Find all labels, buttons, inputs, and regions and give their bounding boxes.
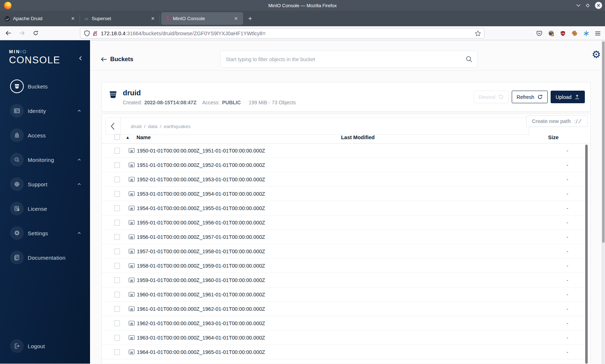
sidebar-item-settings[interactable]: ⚙ Settings bbox=[0, 225, 90, 241]
asterisk-extension-icon[interactable] bbox=[583, 31, 589, 36]
table-row[interactable]: 1950-01-01T00:00:00.000Z_1951-01-01T00:0… bbox=[102, 144, 590, 158]
row-checkbox[interactable] bbox=[114, 162, 120, 168]
back-button[interactable] bbox=[3, 28, 14, 38]
table-row[interactable]: 1953-01-01T00:00:00.000Z_1954-01-01T00:0… bbox=[102, 187, 590, 201]
table-row[interactable]: 1958-01-01T00:00:00.000Z_1959-01-01T00:0… bbox=[102, 259, 590, 273]
page-scrollbar-thumb[interactable] bbox=[602, 41, 605, 243]
rewind-button[interactable]: Rewind bbox=[474, 91, 509, 103]
pocket-icon[interactable] bbox=[536, 31, 542, 36]
table-row[interactable]: 1956-01-01T00:00:00.000Z_1957-01-01T00:0… bbox=[102, 230, 590, 244]
create-new-path-button[interactable]: Create new path bbox=[526, 115, 588, 127]
table-row[interactable]: 1952-01-01T00:00:00.000Z_1953-01-01T00:0… bbox=[102, 172, 590, 187]
row-checkbox[interactable] bbox=[114, 205, 120, 211]
tab-close-icon[interactable]: ✕ bbox=[233, 15, 239, 22]
object-name[interactable]: 1956-01-01T00:00:00.000Z_1957-01-01T00:0… bbox=[137, 234, 265, 240]
object-name[interactable]: 1955-01-01T00:00:00.000Z_1956-01-01T00:0… bbox=[137, 220, 265, 226]
row-checkbox[interactable] bbox=[114, 292, 120, 297]
hamburger-menu-icon[interactable] bbox=[595, 31, 601, 36]
table-row[interactable]: 1962-01-01T00:00:00.000Z_1963-01-01T00:0… bbox=[102, 316, 590, 331]
back-to-buckets-link[interactable]: Buckets bbox=[101, 56, 133, 63]
insecure-lock-icon[interactable] bbox=[92, 31, 98, 36]
object-name[interactable]: 1953-01-01T00:00:00.000Z_1954-01-01T00:0… bbox=[137, 191, 265, 197]
object-name[interactable]: 1962-01-01T00:00:00.000Z_1963-01-01T00:0… bbox=[137, 320, 265, 326]
sidebar-item-buckets[interactable]: Buckets bbox=[0, 78, 90, 94]
chevron-up-icon[interactable] bbox=[77, 157, 82, 162]
tracking-shield-icon[interactable] bbox=[84, 30, 90, 37]
privacy-badger-icon[interactable] bbox=[548, 30, 554, 36]
page-scrollbar[interactable] bbox=[602, 41, 605, 364]
table-row[interactable]: 1960-01-01T00:00:00.000Z_1961-01-01T00:0… bbox=[102, 287, 590, 302]
row-checkbox[interactable] bbox=[114, 220, 120, 226]
bookmark-star-icon[interactable] bbox=[475, 30, 481, 37]
table-row[interactable]: 1951-01-01T00:00:00.000Z_1952-01-01T00:0… bbox=[102, 158, 590, 172]
row-checkbox[interactable] bbox=[114, 249, 120, 254]
row-checkbox[interactable] bbox=[114, 306, 120, 312]
ublock-origin-icon[interactable]: UO bbox=[560, 31, 566, 36]
window-minimize-button[interactable] bbox=[576, 4, 581, 7]
row-checkbox[interactable] bbox=[114, 263, 120, 269]
new-tab-button[interactable]: + bbox=[243, 11, 257, 26]
breadcrumb-item[interactable]: data bbox=[148, 124, 157, 129]
object-name[interactable]: 1960-01-01T00:00:00.000Z_1961-01-01T00:0… bbox=[137, 292, 265, 297]
object-name[interactable]: 1964-01-01T00:00:00.000Z_1965-01-01T00:0… bbox=[137, 349, 265, 355]
row-checkbox[interactable] bbox=[114, 191, 120, 197]
sort-ascending-icon[interactable]: ▲ bbox=[126, 136, 129, 139]
row-checkbox[interactable] bbox=[114, 335, 120, 341]
sidebar-item-logout[interactable]: Logout bbox=[0, 338, 90, 354]
cookie-icon[interactable] bbox=[572, 30, 578, 36]
object-name[interactable]: 1963-01-01T00:00:00.000Z_1964-01-01T00:0… bbox=[137, 335, 265, 341]
sidebar-item-identity[interactable]: Identity bbox=[0, 103, 90, 119]
url-bar[interactable]: 172.18.0.4:31664/buckets/druid/browse/ZG… bbox=[80, 28, 484, 38]
tab-close-icon[interactable]: ✕ bbox=[70, 15, 76, 22]
chevron-up-icon[interactable] bbox=[77, 108, 82, 113]
sidebar-item-documentation[interactable]: Documentation bbox=[0, 250, 90, 265]
tab-apache-druid[interactable]: Apache Druid ✕ bbox=[0, 11, 80, 26]
row-checkbox[interactable] bbox=[114, 320, 120, 326]
column-header-name[interactable]: Name bbox=[136, 135, 151, 140]
sidebar-item-monitoring[interactable]: Monitoring bbox=[0, 152, 90, 168]
object-name[interactable]: 1950-01-01T00:00:00.000Z_1951-01-01T00:0… bbox=[137, 148, 265, 154]
select-all-checkbox[interactable] bbox=[114, 134, 120, 140]
object-name[interactable]: 1958-01-01T00:00:00.000Z_1959-01-01T00:0… bbox=[137, 263, 265, 269]
table-scrollbar[interactable] bbox=[585, 145, 588, 364]
table-row[interactable]: 1954-01-01T00:00:00.000Z_1955-01-01T00:0… bbox=[102, 201, 590, 215]
tab-minio-console[interactable]: MinIO Console ✕ bbox=[161, 11, 243, 26]
row-checkbox[interactable] bbox=[114, 349, 120, 355]
object-name[interactable]: 1957-01-01T00:00:00.000Z_1958-01-01T00:0… bbox=[137, 249, 265, 254]
chevron-up-icon[interactable] bbox=[77, 231, 82, 236]
breadcrumb-item[interactable]: druid bbox=[131, 124, 142, 129]
table-row[interactable]: 1955-01-01T00:00:00.000Z_1956-01-01T00:0… bbox=[102, 215, 590, 230]
chevron-up-icon[interactable] bbox=[77, 182, 82, 187]
window-close-button[interactable] bbox=[595, 2, 602, 9]
table-row[interactable]: 1964-01-01T00:00:00.000Z_1965-01-01T00:0… bbox=[102, 345, 590, 359]
table-row[interactable]: 1961-01-01T00:00:00.000Z_1962-01-01T00:0… bbox=[102, 302, 590, 316]
row-checkbox[interactable] bbox=[114, 177, 120, 182]
breadcrumb-back-button[interactable] bbox=[106, 118, 121, 135]
forward-button[interactable] bbox=[17, 28, 27, 38]
tab-close-icon[interactable]: ✕ bbox=[149, 15, 156, 22]
sidebar-item-license[interactable]: License bbox=[0, 201, 90, 217]
table-row[interactable]: 1957-01-01T00:00:00.000Z_1958-01-01T00:0… bbox=[102, 244, 590, 259]
object-name[interactable]: 1951-01-01T00:00:00.000Z_1952-01-01T00:0… bbox=[137, 162, 265, 168]
object-name[interactable]: 1954-01-01T00:00:00.000Z_1955-01-01T00:0… bbox=[137, 205, 265, 211]
settings-gear-icon[interactable]: ⚙ bbox=[592, 50, 601, 60]
row-checkbox[interactable] bbox=[114, 148, 120, 154]
column-header-last-modified[interactable]: Last Modified bbox=[341, 135, 375, 140]
upload-button[interactable]: Upload bbox=[551, 91, 585, 103]
object-name[interactable]: 1959-01-01T00:00:00.000Z_1960-01-01T00:0… bbox=[137, 277, 265, 283]
object-name[interactable]: 1952-01-01T00:00:00.000Z_1953-01-01T00:0… bbox=[137, 177, 265, 182]
window-maximize-button[interactable] bbox=[585, 3, 590, 8]
search-input[interactable] bbox=[221, 56, 465, 62]
breadcrumb-item[interactable]: earthquakes bbox=[164, 124, 191, 129]
row-checkbox[interactable] bbox=[114, 234, 120, 240]
row-checkbox[interactable] bbox=[114, 277, 120, 283]
table-row[interactable]: 1963-01-01T00:00:00.000Z_1964-01-01T00:0… bbox=[102, 331, 590, 345]
object-name[interactable]: 1961-01-01T00:00:00.000Z_1962-01-01T00:0… bbox=[137, 306, 265, 312]
column-header-size[interactable]: Size bbox=[548, 135, 559, 140]
sidebar-item-support[interactable]: Support bbox=[0, 176, 90, 192]
reload-button[interactable] bbox=[30, 28, 41, 38]
sidebar-item-access[interactable]: Access bbox=[0, 127, 90, 143]
sidebar-collapse-icon[interactable] bbox=[78, 55, 84, 61]
refresh-button[interactable]: Refresh bbox=[512, 91, 548, 103]
table-row[interactable]: 1959-01-01T00:00:00.000Z_1960-01-01T00:0… bbox=[102, 273, 590, 287]
